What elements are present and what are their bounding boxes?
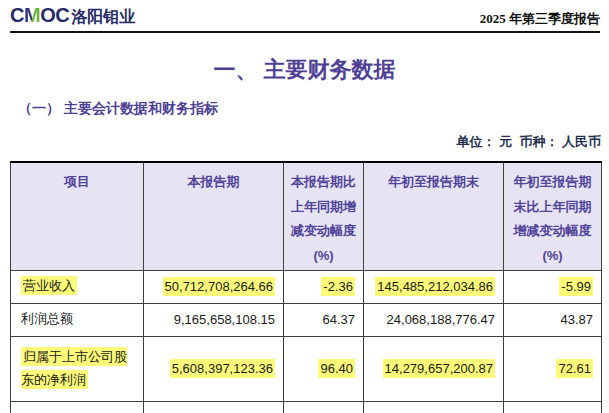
header-current-period: 本报告期 (144, 162, 284, 270)
header-period-change-pct: 本报告期比上年同期增减变动幅度(%) (284, 162, 364, 270)
cell-item: 营业收入 (11, 270, 144, 303)
table-row-partial (11, 401, 602, 413)
cell-ytd: 24,068,188,776.47 (364, 303, 504, 336)
subsection-title: （一） 主要会计数据和财务指标 (18, 100, 218, 118)
highlighted-text: -5.99 (559, 277, 593, 296)
unit-note: 单位： 元 币种： 人民币 (457, 133, 601, 151)
highlighted-text: 营业收入 (21, 276, 77, 295)
cell-current-period: 9,165,658,108.15 (144, 303, 284, 336)
highlighted-text: 50,712,708,264.66 (163, 277, 275, 296)
report-title: 2025 年第三季度报告 (480, 10, 600, 28)
cell-item: 利润总额 (11, 303, 144, 336)
header-ytd: 年初至报告期末 (364, 162, 504, 270)
highlighted-text: 72.61 (556, 359, 593, 378)
section-title: 一、 主要财务数据 (0, 55, 609, 85)
cell-current-period: 50,712,708,264.66 (144, 270, 284, 303)
cell-empty (144, 401, 284, 413)
cell-empty (364, 401, 504, 413)
highlighted-text: -2.36 (321, 277, 355, 296)
logo-letter-c: C (10, 4, 24, 26)
page-header: CMOC 洛阳钼业 2025 年第三季度报告 (10, 6, 600, 33)
highlighted-text: 归属于上市公司股东的净利润 (21, 347, 127, 389)
cell-ytd-change-pct: -5.99 (504, 270, 602, 303)
cell-period-change-pct: 64.37 (284, 303, 364, 336)
cell-current-period: 5,608,397,123.36 (144, 336, 284, 401)
cell-period-change-pct: 96.40 (284, 336, 364, 401)
cell-period-change-pct: -2.36 (284, 270, 364, 303)
logo-letter-m: M (24, 4, 40, 26)
cell-empty (11, 401, 144, 413)
cell-ytd: 14,279,657,200.87 (364, 336, 504, 401)
header-item: 项目 (11, 162, 144, 270)
cell-empty (504, 401, 602, 413)
header-ytd-change-pct: 年初至报告期末比上年同期增减变动幅度(%) (504, 162, 602, 270)
cell-ytd-change-pct: 43.87 (504, 303, 602, 336)
table-header-row: 项目 本报告期 本报告期比上年同期增减变动幅度(%) 年初至报告期末 年初至报告… (11, 162, 602, 270)
logo-text-cmoc: CMOC (10, 4, 69, 27)
financial-table: 项目 本报告期 本报告期比上年同期增减变动幅度(%) 年初至报告期末 年初至报告… (10, 161, 602, 413)
highlighted-text: 14,279,657,200.87 (383, 359, 495, 378)
table-row-net-profit-attributable: 归属于上市公司股东的净利润 5,608,397,123.36 96.40 14,… (11, 336, 602, 401)
cell-empty (284, 401, 364, 413)
table-row-total-profit: 利润总额 9,165,658,108.15 64.37 24,068,188,7… (11, 303, 602, 336)
cell-item: 归属于上市公司股东的净利润 (11, 336, 144, 401)
cell-ytd: 145,485,212,034.86 (364, 270, 504, 303)
highlighted-text: 5,608,397,123.36 (170, 359, 275, 378)
highlighted-text: 96.40 (318, 359, 355, 378)
highlighted-text: 145,485,212,034.86 (375, 277, 495, 296)
table-row-operating-revenue: 营业收入 50,712,708,264.66 -2.36 145,485,212… (11, 270, 602, 303)
logo-letters-oc: OC (40, 4, 69, 26)
company-logo: CMOC 洛阳钼业 (10, 4, 135, 28)
logo-text-chinese: 洛阳钼业 (71, 7, 135, 28)
cell-ytd-change-pct: 72.61 (504, 336, 602, 401)
